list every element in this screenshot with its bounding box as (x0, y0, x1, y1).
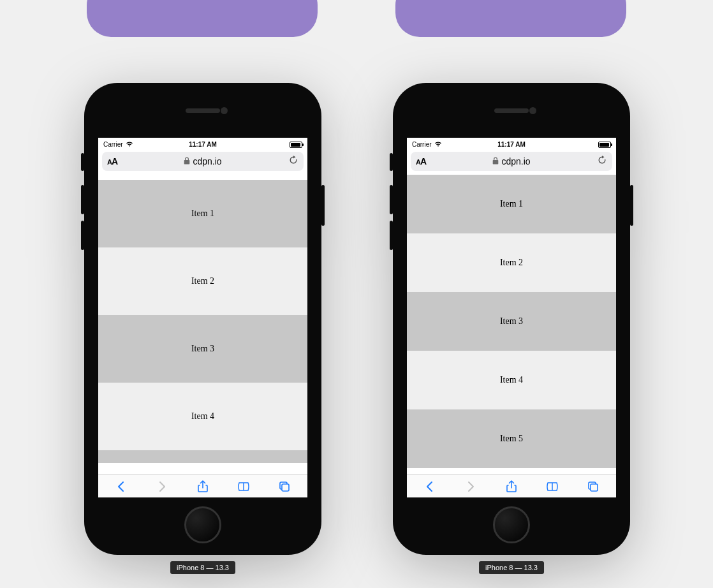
safari-toolbar (98, 474, 307, 497)
volume-up-button (81, 185, 84, 214)
tabs-button[interactable] (278, 480, 291, 493)
share-button[interactable] (505, 480, 518, 493)
screen: Carrier 11:17 AM AA cdpn.io (407, 138, 616, 497)
reload-icon[interactable] (597, 155, 607, 168)
clock: 11:17 AM (497, 141, 526, 148)
power-button (321, 185, 325, 226)
volume-up-button (390, 185, 393, 214)
status-bar: Carrier 11:17 AM (98, 138, 307, 149)
bookmarks-button[interactable] (546, 480, 559, 493)
wifi-icon (126, 141, 133, 149)
list-item[interactable]: Item 5 (407, 409, 616, 468)
clock: 11:17 AM (189, 141, 217, 148)
list-item[interactable]: Item 1 (98, 180, 307, 247)
tabs-button[interactable] (587, 480, 599, 493)
url-text: cdpn.io (193, 156, 221, 166)
url-display[interactable]: cdpn.io (492, 156, 530, 166)
home-button[interactable] (493, 506, 530, 543)
mute-switch (390, 153, 393, 171)
phone-camera (529, 107, 536, 114)
list-item[interactable]: Item 1 (407, 175, 616, 233)
before-label: Before (87, 0, 318, 37)
list-item[interactable]: Item 4 (407, 351, 616, 409)
mute-switch (81, 153, 84, 171)
svg-rect-3 (591, 484, 598, 491)
bookmarks-button[interactable] (237, 480, 250, 493)
back-button[interactable] (115, 480, 128, 493)
share-button[interactable] (196, 480, 209, 493)
safari-toolbar (407, 474, 616, 497)
list-item[interactable]: Item 4 (98, 383, 307, 450)
back-button[interactable] (423, 480, 436, 493)
home-button[interactable] (184, 506, 221, 543)
carrier-label: Carrier (412, 141, 432, 148)
phone-camera (221, 107, 228, 114)
url-text: cdpn.io (501, 156, 530, 166)
address-bar[interactable]: AA cdpn.io (411, 152, 612, 171)
battery-icon (598, 142, 611, 148)
list-item[interactable]: Item 2 (407, 233, 616, 292)
device-caption: iPhone 8 — 13.3 (479, 561, 544, 574)
device-caption: iPhone 8 — 13.3 (170, 561, 235, 574)
forward-button[interactable] (156, 480, 168, 493)
address-bar[interactable]: AA cdpn.io (102, 152, 304, 171)
list-item[interactable]: Item 3 (407, 292, 616, 351)
lock-icon (492, 157, 499, 166)
list-item[interactable]: Item 2 (98, 247, 307, 315)
after-label: After (395, 0, 626, 37)
text-size-button[interactable]: AA (416, 156, 426, 166)
wifi-icon (434, 141, 442, 149)
list-item[interactable]: Item 3 (98, 315, 307, 383)
phone-frame: Carrier 11:17 AM AA cdpn.io (393, 83, 630, 555)
carrier-label: Carrier (103, 141, 123, 148)
volume-down-button (390, 221, 393, 250)
forward-button[interactable] (464, 480, 477, 493)
screen: Carrier 11:17 AM AA cdpn.io (98, 138, 307, 497)
url-display[interactable]: cdpn.io (184, 156, 221, 166)
phone-speaker (494, 108, 529, 113)
svg-rect-1 (282, 484, 289, 491)
list-item-partial[interactable] (98, 450, 307, 463)
status-bar: Carrier 11:17 AM (407, 138, 616, 149)
volume-down-button (81, 221, 84, 250)
reload-icon[interactable] (288, 155, 298, 168)
power-button (630, 185, 633, 226)
phone-frame: Carrier 11:17 AM AA cdpn.io (84, 83, 321, 555)
phone-after: Carrier 11:17 AM AA cdpn.io (393, 83, 630, 555)
lock-icon (184, 157, 190, 166)
page-content[interactable]: Item 1Item 2Item 3Item 4Item 5 (407, 175, 616, 474)
phone-before: Carrier 11:17 AM AA cdpn.io (84, 83, 321, 555)
text-size-button[interactable]: AA (107, 156, 117, 166)
battery-icon (290, 142, 302, 148)
phone-speaker (186, 108, 220, 113)
page-content[interactable]: Item 1Item 2Item 3Item 4 (98, 175, 307, 474)
